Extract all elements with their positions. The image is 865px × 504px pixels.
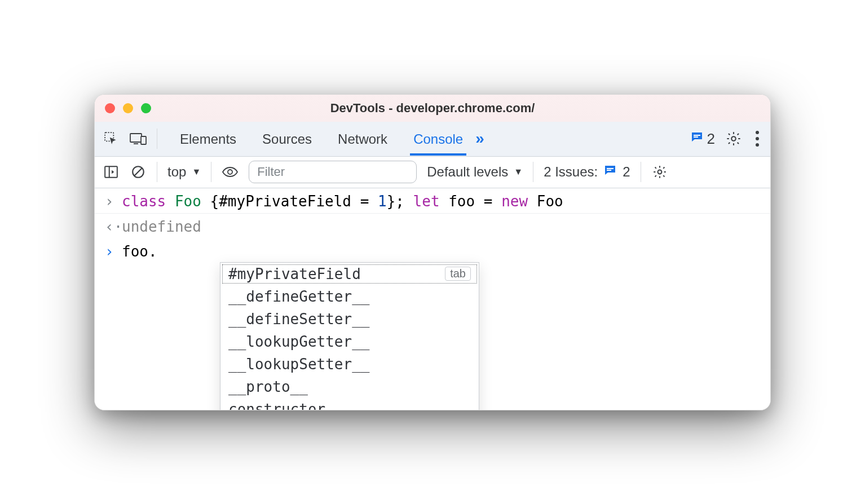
more-tabs-icon[interactable]: » [475,130,484,148]
window-title: DevTools - developer.chrome.com/ [95,101,770,116]
messages-count: 2 [707,130,715,148]
caret-down-icon: ▼ [192,167,201,177]
filter-input[interactable] [249,161,417,183]
divider [211,162,211,182]
svg-rect-1 [130,134,142,142]
input-chevron-icon: › [105,193,117,210]
caret-down-icon: ▼ [514,167,523,177]
autocomplete-label: #myPrivateField [228,266,361,282]
console-prompt-row: › foo. #myPrivateFieldtab__defineGetter_… [95,238,770,263]
tab-elements[interactable]: Elements [178,122,239,155]
message-icon [603,163,617,180]
divider [533,162,533,182]
autocomplete-item[interactable]: __proto__ [220,375,479,398]
live-expression-icon[interactable] [222,163,239,180]
console-result-row: ‹· undefined [95,214,770,238]
console-result: undefined [122,218,201,235]
console-body: › class Foo {#myPrivateField = 1}; let f… [95,188,770,410]
svg-rect-7 [105,166,117,178]
autocomplete-item[interactable]: __lookupSetter__ [220,353,479,375]
console-toolbar: top ▼ Default levels ▼ 2 Issues: 2 [95,157,770,188]
clear-console-icon[interactable] [130,163,147,180]
main-tabbar: Elements Sources Network Console » 2 [95,122,770,157]
message-icon [690,130,704,148]
svg-rect-5 [694,136,698,138]
autocomplete-item[interactable]: __defineGetter__ [220,285,479,308]
svg-point-14 [657,170,661,174]
settings-icon[interactable] [725,130,742,147]
titlebar: DevTools - developer.chrome.com/ [95,95,770,122]
messages-badge[interactable]: 2 [690,130,715,148]
autocomplete-item[interactable]: __defineSetter__ [220,308,479,330]
autocomplete-item[interactable]: __lookupGetter__ [220,330,479,353]
autocomplete-label: constructor [228,401,325,410]
issues-count: 2 [623,164,630,180]
svg-rect-13 [607,170,611,171]
console-prompt-input[interactable]: foo. [122,243,157,260]
sidebar-toggle-icon[interactable] [103,163,120,180]
divider [157,129,157,149]
tab-console[interactable]: Console [411,122,465,155]
svg-rect-12 [607,168,614,169]
context-label: top [167,164,186,180]
kebab-menu-icon[interactable] [752,131,762,147]
maximize-window-button[interactable] [141,103,151,113]
issues-label: 2 Issues: [544,164,598,180]
autocomplete-label: __proto__ [228,378,308,395]
issues-badge[interactable]: 2 Issues: 2 [544,163,630,180]
svg-point-6 [731,136,735,140]
minimize-window-button[interactable] [123,103,133,113]
autocomplete-label: __defineGetter__ [228,288,369,305]
svg-rect-3 [141,136,146,144]
divider [157,162,157,182]
divider [641,162,641,182]
svg-rect-4 [694,135,700,136]
inspect-element-icon[interactable] [103,130,120,147]
panel-tabs: Elements Sources Network Console [178,122,465,155]
autocomplete-item[interactable]: constructor [220,398,479,410]
output-chevron-icon: ‹· [105,218,117,235]
svg-line-10 [135,169,142,176]
close-window-button[interactable] [105,103,115,113]
console-settings-icon[interactable] [651,163,668,180]
autocomplete-label: __defineSetter__ [228,311,369,328]
autocomplete-popup: #myPrivateFieldtab__defineGetter____defi… [220,262,479,410]
prompt-chevron-icon: › [105,243,117,260]
console-input-row: › class Foo {#myPrivateField = 1}; let f… [95,188,770,214]
autocomplete-label: __lookupSetter__ [228,356,369,373]
autocomplete-label: __lookupGetter__ [228,333,369,350]
svg-point-11 [228,170,232,174]
autocomplete-item[interactable]: #myPrivateFieldtab [220,263,479,285]
tab-sources[interactable]: Sources [260,122,314,155]
tab-network[interactable]: Network [336,122,390,155]
log-levels-selector[interactable]: Default levels ▼ [427,164,523,180]
tab-hint: tab [445,267,471,281]
console-code[interactable]: class Foo {#myPrivateField = 1}; let foo… [122,193,563,210]
levels-label: Default levels [427,164,508,180]
traffic-lights [105,103,151,113]
context-selector[interactable]: top ▼ [167,164,201,180]
device-toolbar-icon[interactable] [130,130,147,147]
devtools-window: DevTools - developer.chrome.com/ Element… [94,94,771,410]
